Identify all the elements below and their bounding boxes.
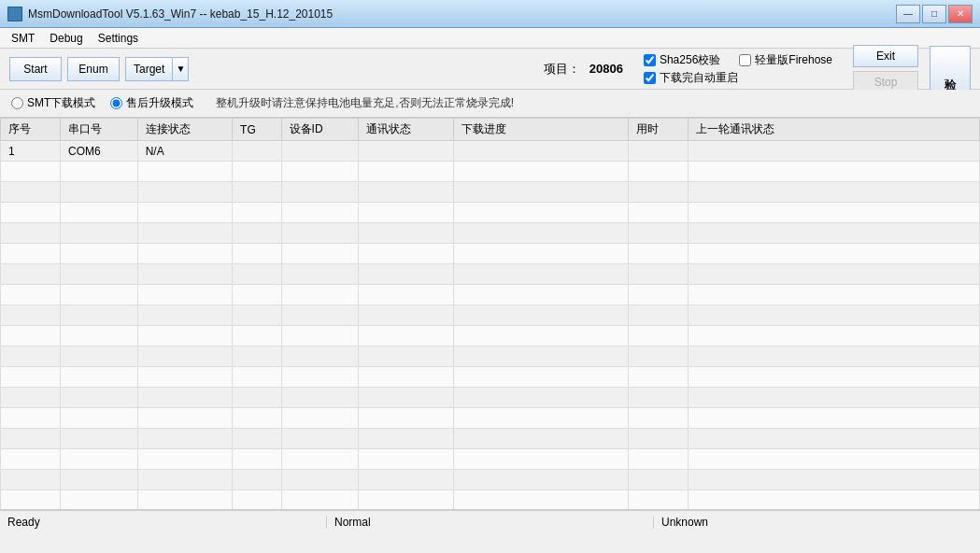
- table-cell-empty: [137, 326, 232, 347]
- table-row-empty: [1, 388, 980, 408]
- right-buttons: Exit Stop: [853, 45, 918, 93]
- target-group: Target ▼: [125, 57, 189, 81]
- table-cell-empty: [233, 347, 282, 367]
- table-cell-empty: [359, 367, 453, 388]
- table-cell-empty: [688, 470, 979, 490]
- col-header-prev-comm: 上一轮通讯状态: [688, 119, 979, 141]
- table-cell-empty: [1, 285, 61, 305]
- table-cell-empty: [137, 347, 232, 367]
- table-cell-empty: [1, 182, 61, 203]
- table-cell-empty: [1, 429, 61, 449]
- table-cell-empty: [453, 223, 628, 244]
- checkbox-group: Sha256校验 轻量版Firehose 下载完自动重启: [644, 52, 832, 86]
- table-cell-empty: [359, 264, 453, 285]
- window-title: MsmDownloadTool V5.1.63_Win7 -- kebab_15…: [28, 7, 896, 21]
- minimize-button[interactable]: —: [896, 5, 920, 23]
- table-cell-empty: [137, 388, 232, 408]
- table-cell-empty: [453, 182, 628, 203]
- table-row-empty: [1, 449, 980, 470]
- table-cell-empty: [628, 326, 688, 347]
- table-cell-empty: [1, 449, 61, 470]
- table-cell-empty: [60, 305, 137, 326]
- menu-debug[interactable]: Debug: [42, 30, 90, 47]
- table-cell-empty: [453, 490, 628, 511]
- table-cell-empty: [688, 408, 979, 429]
- table-cell-empty: [60, 347, 137, 367]
- table-cell-empty: [60, 264, 137, 285]
- table-cell-empty: [359, 388, 453, 408]
- table-container: 序号 串口号 连接状态 TG 设备ID 通讯状态 下载进度 用时 上一轮通讯状态…: [0, 118, 980, 510]
- table-cell-empty: [281, 326, 359, 347]
- table-cell-empty: [359, 305, 453, 326]
- table-row-empty: [1, 470, 980, 490]
- sha256-label: Sha256校验: [660, 52, 720, 68]
- table-cell: [359, 141, 453, 162]
- table-row[interactable]: 1COM6N/A: [1, 141, 980, 162]
- table-cell-empty: [137, 449, 232, 470]
- table-cell-empty: [281, 182, 359, 203]
- table-cell-empty: [281, 305, 359, 326]
- table-cell-empty: [60, 203, 137, 223]
- menu-smt[interactable]: SMT: [4, 30, 42, 47]
- table-cell-empty: [688, 203, 979, 223]
- project-label: 项目：: [544, 61, 580, 78]
- table-cell-empty: [628, 305, 688, 326]
- col-header-time: 用时: [628, 119, 688, 141]
- menu-settings[interactable]: Settings: [91, 30, 146, 47]
- table-cell-empty: [359, 223, 453, 244]
- autoreboot-checkbox[interactable]: [644, 72, 656, 84]
- table-body: 1COM6N/A: [1, 141, 980, 511]
- radio-group-smt: SMT下载模式: [11, 95, 95, 111]
- table-cell-empty: [688, 162, 979, 182]
- table-cell-empty: [453, 264, 628, 285]
- table-cell: COM6: [60, 141, 137, 162]
- table-cell-empty: [453, 347, 628, 367]
- table-cell-empty: [453, 203, 628, 223]
- table-row-empty: [1, 408, 980, 429]
- menu-bar: SMT Debug Settings: [0, 28, 980, 49]
- table-cell-empty: [233, 264, 282, 285]
- close-button[interactable]: ✕: [948, 5, 973, 23]
- table-cell-empty: [688, 490, 979, 511]
- table-cell-empty: [233, 449, 282, 470]
- table-cell-empty: [281, 347, 359, 367]
- col-header-tg: TG: [233, 119, 282, 141]
- start-button[interactable]: Start: [9, 57, 62, 81]
- maximize-button[interactable]: □: [922, 5, 946, 23]
- table-cell-empty: [359, 490, 453, 511]
- smt-mode-radio[interactable]: [11, 97, 23, 109]
- table-cell-empty: [453, 408, 628, 429]
- table-cell: [281, 141, 359, 162]
- table-cell-empty: [688, 367, 979, 388]
- table-cell-empty: [628, 285, 688, 305]
- target-button[interactable]: Target: [125, 57, 172, 81]
- checkbox-row-1: Sha256校验 轻量版Firehose: [644, 52, 832, 68]
- table-cell-empty: [1, 264, 61, 285]
- table-cell-empty: [453, 449, 628, 470]
- upgrade-mode-label: 售后升级模式: [126, 95, 193, 111]
- table-cell-empty: [137, 244, 232, 264]
- col-header-index: 序号: [1, 119, 61, 141]
- col-header-devid: 设备ID: [281, 119, 359, 141]
- table-cell-empty: [688, 429, 979, 449]
- table-cell: [233, 141, 282, 162]
- title-bar: MsmDownloadTool V5.1.63_Win7 -- kebab_15…: [0, 0, 980, 28]
- sha256-checkbox[interactable]: [644, 54, 656, 66]
- firehose-checkbox[interactable]: [739, 54, 751, 66]
- table-cell-empty: [1, 244, 61, 264]
- target-dropdown[interactable]: ▼: [172, 57, 189, 81]
- table-cell-empty: [281, 490, 359, 511]
- table-cell-empty: [359, 408, 453, 429]
- table-cell-empty: [688, 264, 979, 285]
- firehose-label: 轻量版Firehose: [755, 52, 832, 68]
- table-cell-empty: [1, 347, 61, 367]
- exit-button[interactable]: Exit: [853, 45, 918, 67]
- table-cell-empty: [628, 347, 688, 367]
- enum-button[interactable]: Enum: [67, 57, 120, 81]
- table-cell-empty: [359, 182, 453, 203]
- upgrade-mode-radio[interactable]: [110, 97, 122, 109]
- project-value: 20806: [589, 62, 623, 76]
- jiaoyan-button[interactable]: 检验: [930, 46, 971, 92]
- table-cell-empty: [628, 388, 688, 408]
- table-cell-empty: [453, 305, 628, 326]
